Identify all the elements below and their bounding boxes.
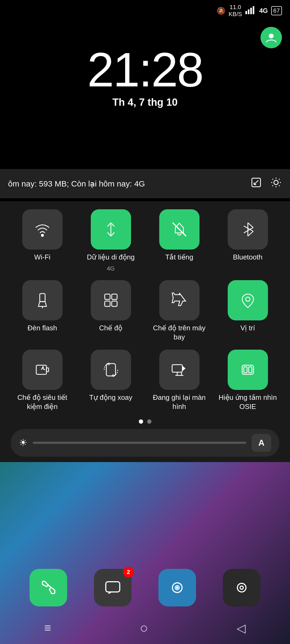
notification-text: ôm nay: 593 MB; Còn lại hôm nay: 4G xyxy=(8,179,250,188)
qs-flashlight: Đèn flash xyxy=(11,280,74,342)
page-dot-1[interactable] xyxy=(139,419,143,424)
svg-line-14 xyxy=(107,232,111,236)
svg-rect-2 xyxy=(250,8,252,14)
mode-label: Chế độ xyxy=(99,324,122,333)
qs-osie: Hiệu ứng tầm nhìn OSIE xyxy=(216,350,279,411)
qs-battery-saver: Chế độ siêu tiết kiệm điện xyxy=(11,350,74,411)
svg-rect-24 xyxy=(105,294,110,299)
qs-bluetooth: Bluetooth xyxy=(216,209,279,272)
svg-rect-34 xyxy=(106,364,115,376)
svg-line-15 xyxy=(111,232,114,236)
network-type: 4G xyxy=(259,7,268,14)
brightness-slider[interactable] xyxy=(33,442,246,444)
page-dot-2[interactable] xyxy=(147,419,151,424)
svg-line-13 xyxy=(111,223,114,226)
dock-phone-icon[interactable] xyxy=(30,569,67,606)
clock-time: 21:28 xyxy=(0,46,290,94)
svg-rect-3 xyxy=(253,6,254,14)
svg-line-33 xyxy=(43,369,45,370)
mobile-data-sublabel: 4G xyxy=(107,265,115,272)
bluetooth-button[interactable] xyxy=(228,209,268,250)
svg-line-20 xyxy=(248,231,253,236)
svg-rect-30 xyxy=(46,368,49,372)
mobile-data-button[interactable] xyxy=(91,209,131,250)
mute-icon: 🔕 xyxy=(217,7,225,15)
location-label: Vị trí xyxy=(240,324,255,333)
qs-screen-record: Đang ghi lại màn hình xyxy=(148,350,211,411)
qs-auto-rotate: Tự động xoay xyxy=(79,350,142,411)
svg-rect-25 xyxy=(112,294,117,299)
location-button[interactable] xyxy=(228,280,268,320)
svg-rect-26 xyxy=(105,301,110,306)
auto-rotate-button[interactable] xyxy=(91,350,131,390)
qs-silent: Tắt tiếng xyxy=(148,209,211,272)
qs-mode: Chế độ xyxy=(79,280,142,342)
svg-line-16 xyxy=(173,223,186,236)
notification-bar: ôm nay: 593 MB; Còn lại hôm nay: 4G xyxy=(0,169,290,198)
svg-point-47 xyxy=(237,583,246,592)
messages-badge: 2 xyxy=(123,567,134,577)
mobile-data-label: Dữ liệu di động xyxy=(87,253,135,262)
battery-saver-button[interactable] xyxy=(22,350,63,390)
nav-home-button[interactable]: ○ xyxy=(140,620,148,636)
qs-mobile-data: Dữ liệu di động 4G xyxy=(79,209,142,272)
svg-rect-1 xyxy=(248,9,249,14)
quick-settings-panel: Wi-Fi Dữ liệu di động 4G xyxy=(0,201,290,462)
settings-icon[interactable] xyxy=(270,177,282,191)
brightness-icon: ☀ xyxy=(19,437,27,448)
svg-rect-43 xyxy=(106,582,120,592)
flashlight-label: Đèn flash xyxy=(28,324,57,333)
signal-icon xyxy=(245,6,256,16)
nav-back-button[interactable]: ◁ xyxy=(237,621,246,635)
svg-point-4 xyxy=(269,34,274,38)
svg-marker-36 xyxy=(182,366,186,371)
svg-line-18 xyxy=(248,223,253,228)
svg-line-12 xyxy=(107,223,111,226)
screen-record-label: Đang ghi lại màn hình xyxy=(148,393,211,411)
font-size-button[interactable]: A xyxy=(252,434,271,452)
page-dots xyxy=(11,419,279,424)
bluetooth-label: Bluetooth xyxy=(233,253,263,262)
clock-section: 21:28 Th 4, 7 thg 10 xyxy=(0,46,290,108)
silent-label: Tắt tiếng xyxy=(165,253,193,262)
airplane-button[interactable] xyxy=(159,280,200,320)
svg-point-10 xyxy=(41,234,44,236)
battery-saver-label: Chế độ siêu tiết kiệm điện xyxy=(11,393,74,411)
svg-rect-27 xyxy=(112,301,117,306)
svg-line-6 xyxy=(254,180,258,185)
silent-button[interactable] xyxy=(159,209,200,250)
svg-rect-0 xyxy=(245,11,247,14)
brightness-bar[interactable]: ☀ A xyxy=(11,429,279,457)
qs-location: Vị trí xyxy=(216,280,279,342)
clock-date: Th 4, 7 thg 10 xyxy=(0,97,290,108)
dock-camera-front-icon[interactable] xyxy=(158,569,196,606)
wifi-label: Wi-Fi xyxy=(34,253,50,262)
flashlight-button[interactable] xyxy=(22,280,63,320)
mode-button[interactable] xyxy=(91,280,131,320)
osie-button[interactable] xyxy=(228,350,268,390)
wifi-button[interactable] xyxy=(22,209,63,250)
dock: 2 xyxy=(0,569,290,606)
screen-record-button[interactable] xyxy=(159,350,200,390)
qs-airplane: Chế độ trên máy bay xyxy=(148,280,211,342)
svg-rect-35 xyxy=(172,365,182,372)
svg-rect-42 xyxy=(249,367,252,373)
speed-text: 11.0KB/S xyxy=(229,4,242,18)
airplane-label: Chế độ trên máy bay xyxy=(148,324,211,342)
edit-icon[interactable] xyxy=(250,177,262,191)
nav-bar: ≡ ○ ◁ xyxy=(0,612,290,644)
svg-rect-22 xyxy=(40,294,45,302)
svg-point-28 xyxy=(246,297,250,301)
status-bar: 🔕 11.0KB/S 4G 67 xyxy=(0,0,290,21)
dock-messages-icon[interactable]: 2 xyxy=(94,569,132,606)
profile-icon[interactable] xyxy=(260,27,282,48)
quick-settings-grid: Wi-Fi Dữ liệu di động 4G xyxy=(11,209,279,411)
auto-rotate-label: Tự động xoay xyxy=(89,393,132,402)
dock-camera-back-icon[interactable] xyxy=(223,569,260,606)
nav-menu-button[interactable]: ≡ xyxy=(44,621,51,635)
battery-icon: 67 xyxy=(271,6,282,15)
svg-point-46 xyxy=(176,587,178,588)
svg-point-9 xyxy=(274,180,278,185)
svg-point-48 xyxy=(240,586,243,589)
svg-rect-41 xyxy=(244,367,247,373)
